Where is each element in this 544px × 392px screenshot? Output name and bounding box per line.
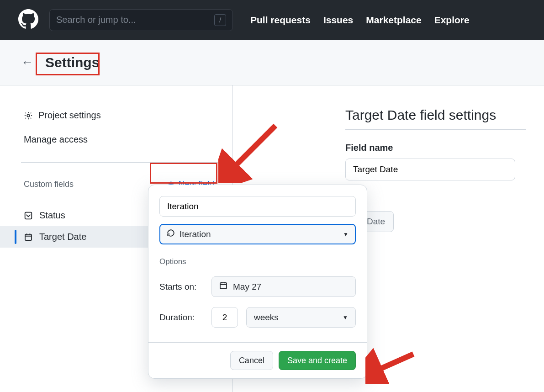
search-placeholder: Search or jump to... (56, 15, 136, 25)
search-input[interactable]: Search or jump to... / (49, 9, 233, 31)
settings-bar: ← Settings (0, 40, 544, 85)
nav-explore[interactable]: Explore (434, 15, 470, 26)
custom-fields-heading: Custom fields (24, 180, 74, 189)
save-and-create-button[interactable]: Save and create (279, 351, 356, 370)
duration-value-input[interactable] (211, 307, 238, 328)
chevron-down-icon: ▼ (343, 314, 348, 321)
github-logo-icon[interactable] (18, 9, 38, 31)
field-type-label: type (345, 194, 544, 205)
gear-icon (24, 111, 33, 120)
back-arrow-icon[interactable]: ← (21, 56, 33, 69)
sidebar-item-manage-access[interactable]: Manage access (24, 132, 218, 148)
nav-issues[interactable]: Issues (323, 15, 353, 26)
sidebar-item-label: Project settings (38, 110, 101, 121)
panel-title: Target Date field settings (345, 107, 526, 130)
starts-on-picker[interactable]: May 27 (211, 276, 356, 297)
svg-point-0 (27, 114, 30, 117)
calendar-icon (24, 233, 33, 242)
single-select-icon (24, 211, 33, 220)
calendar-icon (219, 281, 227, 292)
field-item-label: Target Date (39, 232, 86, 242)
cancel-button[interactable]: Cancel (230, 351, 273, 370)
sidebar-item-label: Manage access (24, 134, 88, 145)
github-header: Search or jump to... / Pull requests Iss… (0, 0, 544, 40)
duration-label: Duration: (159, 313, 203, 323)
new-field-name-input[interactable] (159, 196, 356, 217)
svg-rect-4 (220, 283, 227, 289)
slash-shortcut-key: / (214, 14, 226, 26)
starts-on-value: May 27 (233, 282, 261, 292)
starts-on-label: Starts on: (159, 282, 203, 292)
field-name-input[interactable] (345, 159, 515, 180)
duration-unit-value: weeks (254, 313, 279, 323)
field-type-value: Date (367, 217, 385, 227)
nav-pull-requests[interactable]: Pull requests (250, 15, 311, 26)
page-title: Settings (42, 54, 103, 71)
sidebar-item-project-settings[interactable]: Project settings (24, 107, 218, 123)
iteration-icon (167, 229, 175, 239)
nav-marketplace[interactable]: Marketplace (366, 15, 421, 26)
duration-unit-select[interactable]: weeks ▼ (246, 307, 356, 328)
field-type-select[interactable]: Iteration ▼ (159, 224, 356, 244)
field-type-select-value: Iteration (180, 229, 211, 239)
chevron-down-icon: ▼ (343, 231, 349, 238)
options-label: Options (159, 257, 356, 266)
svg-rect-1 (25, 212, 32, 219)
primary-nav: Pull requests Issues Marketplace Explore (250, 15, 470, 26)
new-field-popover: Iteration ▼ Options Starts on: May 27 Du… (148, 185, 367, 379)
field-name-label: Field name (345, 143, 544, 153)
svg-rect-2 (25, 234, 32, 240)
field-item-label: Status (39, 210, 65, 221)
